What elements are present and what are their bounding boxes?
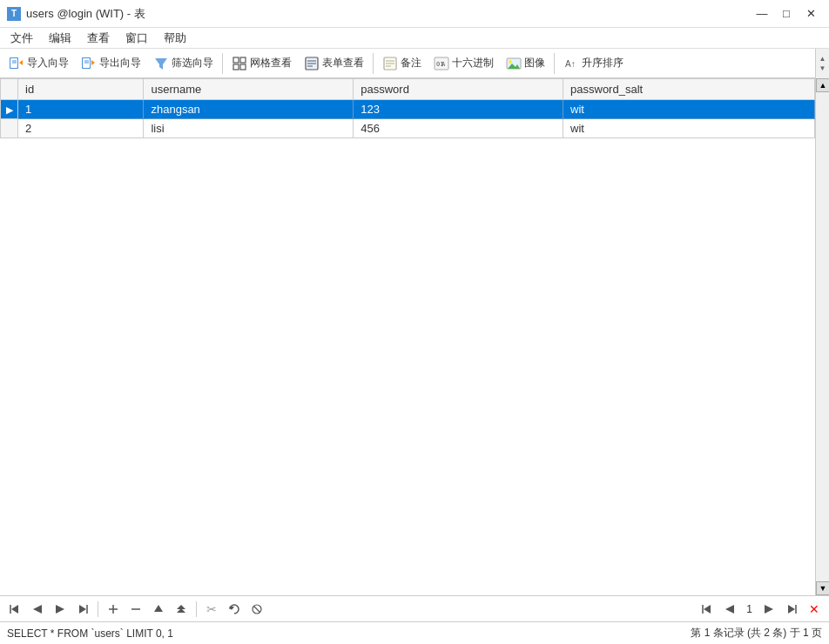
svg-marker-31	[11, 605, 18, 614]
record-info: 第 1 条记录 (共 2 条) 于 1 页	[691, 626, 822, 641]
close-button[interactable]: ✕	[799, 5, 822, 23]
nav-prev-button[interactable]	[28, 600, 47, 619]
title-controls: — □ ✕	[751, 5, 822, 23]
filter-icon	[153, 56, 169, 71]
scroll-down-btn[interactable]: ▼	[816, 581, 829, 595]
menu-help[interactable]: 帮助	[157, 29, 193, 48]
cell-username-2[interactable]: lisi	[144, 119, 354, 138]
nav-sep-1	[98, 601, 98, 617]
menu-view[interactable]: 查看	[80, 29, 117, 48]
data-table-wrapper[interactable]: id username password password_salt ▶ 1 z…	[0, 78, 815, 595]
cell-password-1[interactable]: 123	[354, 100, 563, 119]
app-icon: T	[7, 7, 21, 21]
svg-marker-35	[79, 605, 86, 614]
form-view-label: 表单查看	[322, 56, 364, 70]
minimize-button[interactable]: —	[751, 5, 773, 23]
toolbar-expand-down[interactable]: ▼	[819, 64, 826, 72]
sort-asc-icon: A↑	[563, 56, 579, 71]
nav-next-button[interactable]	[51, 600, 70, 619]
nav-last-button[interactable]	[73, 600, 92, 619]
separator-3	[554, 53, 555, 74]
svg-marker-10	[155, 58, 167, 70]
cell-salt-1[interactable]: wit	[563, 100, 815, 119]
status-bar: SELECT * FROM `users` LIMIT 0, 1 第 1 条记录…	[0, 621, 829, 644]
separator-1	[222, 53, 223, 74]
svg-point-27	[509, 60, 512, 64]
svg-marker-47	[725, 605, 734, 614]
page-last-button[interactable]	[782, 600, 801, 619]
nav-moveup-button[interactable]	[149, 600, 168, 619]
svg-line-44	[254, 606, 260, 612]
image-icon	[506, 56, 522, 71]
import-wizard-button[interactable]: 导入向导	[3, 51, 74, 76]
notes-button[interactable]: 备注	[377, 51, 427, 76]
cell-password-2[interactable]: 456	[354, 119, 563, 138]
sort-asc-label: 升序排序	[582, 56, 623, 70]
table-row[interactable]: 2 lisi 456 wit	[1, 119, 815, 138]
svg-marker-32	[33, 605, 42, 614]
toolbar-expand-up[interactable]: ▲	[819, 55, 826, 63]
form-view-button[interactable]: 表单查看	[299, 51, 369, 76]
svg-marker-46	[704, 605, 711, 614]
export-wizard-button[interactable]: 导出向导	[76, 51, 146, 76]
table-row[interactable]: ▶ 1 zhangsan 123 wit	[1, 100, 815, 119]
restore-button[interactable]: □	[775, 5, 798, 23]
toolbar: 导入向导 导出向导 筛选向导 网格查看 表单查看 备注	[0, 49, 829, 78]
menu-file[interactable]: 文件	[3, 29, 40, 48]
title-bar-left: T users @login (WIT) - 表	[7, 6, 145, 22]
col-password[interactable]: password	[354, 79, 563, 100]
nav-stop-button[interactable]	[247, 600, 266, 619]
menu-edit[interactable]: 编辑	[42, 29, 78, 48]
right-scrollbar[interactable]: ▲ ▼	[815, 78, 829, 595]
export-icon	[81, 56, 97, 71]
bottom-toolbar: ✂ 1 ✕	[0, 595, 829, 621]
svg-rect-13	[233, 64, 239, 70]
cell-id-1[interactable]: 1	[18, 100, 144, 119]
page-prev-button[interactable]	[720, 600, 739, 619]
notes-icon	[382, 56, 398, 71]
nav-refresh-button[interactable]	[225, 600, 244, 619]
menu-bar: 文件 编辑 查看 窗口 帮助	[0, 28, 829, 49]
grid-view-button[interactable]: 网格查看	[226, 51, 297, 76]
col-id[interactable]: id	[18, 79, 144, 100]
main-area: id username password password_salt ▶ 1 z…	[0, 78, 829, 595]
row-indicator-2	[1, 119, 18, 138]
menu-window[interactable]: 窗口	[118, 29, 155, 48]
page-stop-icon[interactable]: ✕	[805, 600, 824, 619]
page-first-button[interactable]	[698, 600, 717, 619]
svg-rect-14	[240, 64, 246, 70]
sort-asc-button[interactable]: A↑ 升序排序	[558, 51, 629, 76]
col-username[interactable]: username	[144, 79, 354, 100]
page-next-button[interactable]	[759, 600, 778, 619]
svg-rect-11	[233, 57, 239, 63]
filter-wizard-button[interactable]: 筛选向导	[148, 51, 219, 76]
row-num-header	[1, 79, 18, 100]
cell-id-2[interactable]: 2	[18, 119, 144, 138]
grid-view-label: 网格查看	[250, 56, 292, 70]
form-icon	[304, 56, 320, 71]
svg-marker-9	[91, 60, 95, 65]
data-table: id username password password_salt ▶ 1 z…	[0, 78, 815, 138]
scroll-up-btn[interactable]: ▲	[816, 78, 829, 92]
nav-add-button[interactable]	[104, 600, 123, 619]
cell-username-1[interactable]: zhangsan	[144, 100, 354, 119]
svg-text:A↑: A↑	[565, 59, 576, 69]
nav-first-button[interactable]	[5, 600, 24, 619]
nav-delete-button[interactable]	[126, 600, 145, 619]
grid-icon	[232, 56, 247, 71]
hex-label: 十六进制	[452, 56, 494, 70]
filter-wizard-label: 筛选向导	[172, 56, 213, 70]
svg-marker-33	[56, 605, 64, 614]
scroll-track	[816, 92, 829, 581]
page-number: 1	[743, 603, 756, 615]
hex-icon: 01A	[434, 56, 449, 71]
export-wizard-label: 导出向导	[99, 56, 141, 70]
nav-moveup2-button[interactable]	[172, 600, 191, 619]
col-password-salt[interactable]: password_salt	[563, 79, 815, 100]
image-button[interactable]: 图像	[501, 51, 550, 76]
separator-2	[373, 53, 374, 74]
title-bar: T users @login (WIT) - 表 — □ ✕	[0, 0, 829, 28]
cell-salt-2[interactable]: wit	[563, 119, 815, 138]
hex-button[interactable]: 01A 十六进制	[428, 51, 499, 76]
nav-cut-button[interactable]: ✂	[202, 600, 221, 619]
